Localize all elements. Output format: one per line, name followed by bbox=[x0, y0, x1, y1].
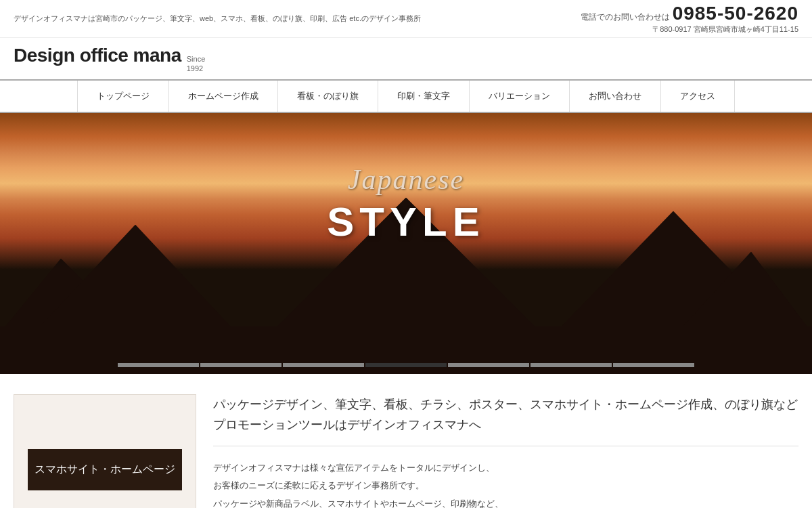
phone-label: 電話でのお問い合わせは bbox=[581, 12, 670, 22]
dot-7[interactable] bbox=[613, 363, 694, 367]
dot-3[interactable] bbox=[283, 363, 364, 367]
nav-link-access[interactable]: アクセス bbox=[661, 81, 735, 112]
logo-text: Design office mana bbox=[14, 45, 181, 66]
dot-5[interactable] bbox=[448, 363, 529, 367]
nav-link-signage[interactable]: 看板・のぼり旗 bbox=[278, 81, 378, 112]
hero-style-text: STYLE bbox=[327, 198, 484, 245]
site-tagline: デザインオフィスマナは宮崎市のパッケージ、筆文字、web、スマホ、看板、のぼり旗… bbox=[14, 14, 421, 24]
main-nav: トップページ ホームページ作成 看板・のぼり旗 印刷・筆文字 バリエーション お… bbox=[0, 79, 812, 113]
nav-item-signage[interactable]: 看板・のぼり旗 bbox=[278, 81, 378, 112]
smartphone-homepage-button[interactable]: スマホサイト・ホームページ bbox=[28, 449, 182, 490]
content-paragraph-3: パッケージや新商品ラベル、スマホサイトやホームページ、印刷物など、 bbox=[213, 496, 798, 508]
nav-item-access[interactable]: アクセス bbox=[661, 81, 735, 112]
hero-banner: Japanese STYLE bbox=[0, 113, 812, 374]
hero-progress-dots bbox=[117, 363, 695, 367]
nav-link-contact[interactable]: お問い合わせ bbox=[570, 81, 661, 112]
nav-item-homepage[interactable]: ホームページ作成 bbox=[169, 81, 278, 112]
main-content: スマホサイト・ホームページ パッケージデザイン、筆文字、看板、チラシ、ポスター、… bbox=[0, 374, 812, 508]
top-bar: デザインオフィスマナは宮崎市のパッケージ、筆文字、web、スマホ、看板、のぼり旗… bbox=[0, 0, 812, 38]
sidebar-box: スマホサイト・ホームページ bbox=[14, 394, 196, 508]
logo: Design office mana Since 1992 bbox=[14, 45, 798, 74]
hero-text: Japanese STYLE bbox=[327, 163, 484, 245]
header: Design office mana Since 1992 bbox=[0, 38, 812, 79]
content-body: デザインオフィスマナは様々な宣伝アイテムをトータルにデザインし、 お客様のニーズ… bbox=[213, 460, 798, 508]
nav-link-homepage[interactable]: ホームページ作成 bbox=[169, 81, 278, 112]
phone-number: 0985-50-2620 bbox=[673, 3, 798, 24]
nav-item-variation[interactable]: バリエーション bbox=[470, 81, 570, 112]
nav-link-print[interactable]: 印刷・筆文字 bbox=[378, 81, 470, 112]
nav-link-variation[interactable]: バリエーション bbox=[470, 81, 570, 112]
hero-japanese-text: Japanese bbox=[327, 163, 484, 196]
dot-2[interactable] bbox=[200, 363, 281, 367]
nav-item-contact[interactable]: お問い合わせ bbox=[570, 81, 661, 112]
dot-4-active[interactable] bbox=[365, 363, 447, 367]
address: 〒880-0917 宮崎県宮崎市城ヶ崎4丁目11-15 bbox=[581, 24, 798, 35]
content-right: パッケージデザイン、筆文字、看板、チラシ、ポスター、スマホサイト・ホームページ作… bbox=[213, 394, 798, 508]
content-headline: パッケージデザイン、筆文字、看板、チラシ、ポスター、スマホサイト・ホームページ作… bbox=[213, 394, 798, 446]
sidebar-inner: スマホサイト・ホームページ bbox=[14, 449, 196, 490]
nav-item-print[interactable]: 印刷・筆文字 bbox=[378, 81, 470, 112]
nav-item-top[interactable]: トップページ bbox=[77, 81, 169, 112]
content-paragraph-2: お客様のニーズに柔軟に応えるデザイン事務所です。 bbox=[213, 478, 798, 494]
nav-link-top[interactable]: トップページ bbox=[77, 81, 169, 112]
contact-info: 電話でのお問い合わせは 0985-50-2620 〒880-0917 宮崎県宮崎… bbox=[581, 3, 798, 35]
content-paragraph-1: デザインオフィスマナは様々な宣伝アイテムをトータルにデザインし、 bbox=[213, 460, 798, 477]
logo-since: Since 1992 bbox=[187, 54, 206, 74]
dot-6[interactable] bbox=[531, 363, 612, 367]
dot-1[interactable] bbox=[118, 363, 199, 367]
